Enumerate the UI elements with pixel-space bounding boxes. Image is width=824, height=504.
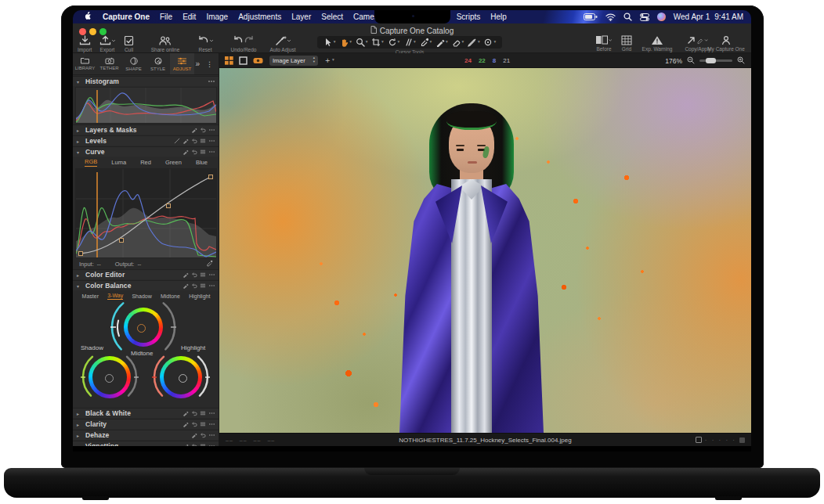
midtone-wheel-handle[interactable] [137, 324, 146, 333]
zoom-out-icon[interactable] [687, 56, 695, 66]
more-icon[interactable] [208, 272, 215, 278]
panel-color-editor[interactable]: ▸ Color Editor [73, 269, 219, 279]
brush-icon[interactable] [183, 443, 189, 446]
siri-icon[interactable] [657, 13, 666, 21]
menu-app-name[interactable]: Capture One [103, 13, 150, 21]
menu-adjustments[interactable]: Adjustments [238, 13, 281, 21]
zoom-slider[interactable] [699, 59, 732, 62]
curve-tab-green[interactable]: Green [165, 159, 182, 166]
before-button[interactable]: Before [595, 35, 613, 52]
presets-icon[interactable] [200, 149, 206, 155]
highlight-wheel-handle[interactable] [179, 374, 187, 383]
cb-tab-master[interactable]: Master [82, 293, 99, 299]
panel-more-icon[interactable] [208, 78, 215, 85]
zoom-level[interactable]: 176% [665, 57, 682, 65]
more-icon[interactable] [208, 443, 215, 446]
tab-style[interactable]: STYLE [146, 53, 170, 74]
cb-tab-highlight[interactable]: Highlight [189, 293, 210, 299]
brush-icon[interactable] [183, 272, 189, 278]
reset-icon[interactable] [191, 421, 197, 427]
tab-tether[interactable]: TETHER [97, 53, 121, 74]
curve-tab-rgb[interactable]: RGB [85, 158, 97, 167]
pointer-tool[interactable]: ▾ [323, 38, 336, 47]
image-canvas[interactable] [219, 68, 751, 433]
presets-icon[interactable] [200, 272, 206, 278]
draw-mask-tool[interactable]: ▾ [468, 38, 480, 47]
tab-shape[interactable]: SHAPE [121, 53, 146, 74]
eraser-tool[interactable]: ▾ [451, 38, 464, 47]
pan-tool[interactable]: ▾ [339, 38, 352, 47]
curve-graph[interactable] [75, 168, 217, 258]
tab-library[interactable]: LIBRARY [73, 53, 97, 74]
menu-select[interactable]: Select [321, 13, 343, 21]
menu-layer[interactable]: Layer [291, 13, 311, 21]
tab-adjust[interactable]: ADJUST [170, 53, 194, 74]
auto-adjust-button[interactable]: Auto Adjust [266, 35, 299, 52]
menu-file[interactable]: File [160, 13, 172, 21]
single-view-icon[interactable] [239, 56, 248, 65]
marker-tool[interactable]: ▾ [435, 38, 448, 47]
menu-image[interactable]: Image [206, 13, 228, 21]
reset-icon[interactable] [191, 138, 197, 144]
export-button[interactable]: Export [99, 35, 116, 52]
heal-clone-tool[interactable]: ▾ [483, 38, 496, 47]
apple-menu-icon[interactable] [84, 11, 92, 23]
reset-icon[interactable] [191, 283, 197, 289]
wifi-icon[interactable] [605, 13, 616, 21]
menu-clock[interactable]: Wed Apr 1 9:41 AM [674, 13, 743, 21]
presets-icon[interactable] [200, 421, 206, 427]
more-icon[interactable] [208, 149, 215, 155]
presets-icon[interactable] [200, 410, 206, 416]
zoom-slider-knob[interactable] [706, 58, 716, 63]
color-picker-tool[interactable]: ▾ [420, 38, 432, 47]
loupe-tool[interactable]: ▾ [356, 38, 368, 47]
straighten-tool[interactable]: ▾ [403, 38, 416, 47]
panel-vignetting[interactable]: ▸ Vignetting [73, 441, 219, 446]
more-icon[interactable] [208, 421, 215, 427]
reset-button[interactable]: Reset [197, 35, 214, 52]
color-tag-icon[interactable] [696, 437, 702, 443]
rotate-tool[interactable]: ▾ [388, 38, 400, 47]
more-icon[interactable] [208, 138, 215, 144]
curve-tab-blue[interactable]: Blue [196, 159, 208, 166]
reset-icon[interactable] [191, 272, 197, 278]
brush-icon[interactable] [183, 138, 189, 144]
presets-icon[interactable] [200, 138, 206, 144]
brush-icon[interactable] [191, 432, 197, 438]
proof-view-icon[interactable] [253, 56, 263, 65]
curve-tab-luma[interactable]: Luma [111, 159, 126, 166]
menu-edit[interactable]: Edit [183, 13, 196, 21]
control-center-icon[interactable] [640, 13, 649, 21]
panel-dehaze[interactable]: ▸ Dehaze [73, 430, 219, 440]
reset-icon[interactable] [200, 127, 206, 133]
panel-levels[interactable]: ▸ Levels [73, 135, 219, 146]
undo-redo-button[interactable]: Undo/Redo [226, 35, 261, 52]
presets-icon[interactable] [200, 283, 206, 289]
pen-icon[interactable] [174, 138, 180, 144]
brush-icon[interactable] [183, 410, 189, 416]
add-layer-button[interactable]: ＋▾ [323, 55, 334, 66]
curve-tab-red[interactable]: Red [140, 159, 151, 166]
panel-black-white[interactable]: ▸ Black & White [73, 408, 219, 418]
brush-icon[interactable] [183, 283, 189, 289]
layer-select[interactable]: Image Layer ▴▾ [269, 56, 318, 66]
reset-icon[interactable] [191, 443, 197, 446]
reset-icon[interactable] [191, 149, 197, 155]
panel-color-balance[interactable]: ▾ Color Balance [73, 280, 219, 290]
reset-icon[interactable] [200, 432, 206, 438]
cull-button[interactable]: Cull [123, 35, 135, 52]
more-icon[interactable] [208, 127, 215, 133]
brush-icon[interactable] [183, 421, 189, 427]
more-icon[interactable] [208, 410, 215, 416]
expand-tabs-icon[interactable]: » [195, 59, 200, 68]
panel-clarity[interactable]: ▸ Clarity [73, 419, 219, 429]
reset-icon[interactable] [191, 410, 197, 416]
import-button[interactable]: Import [78, 35, 92, 52]
menu-help[interactable]: Help [490, 13, 507, 21]
panel-histogram[interactable]: ▾ Histogram [73, 76, 219, 86]
exposure-warning-button[interactable]: Exp. Warning [638, 35, 676, 52]
panel-layers-masks[interactable]: ▸ Layers & Masks [73, 124, 219, 135]
presets-icon[interactable] [200, 443, 206, 446]
brush-icon[interactable] [183, 149, 189, 155]
battery-icon[interactable] [584, 13, 598, 20]
